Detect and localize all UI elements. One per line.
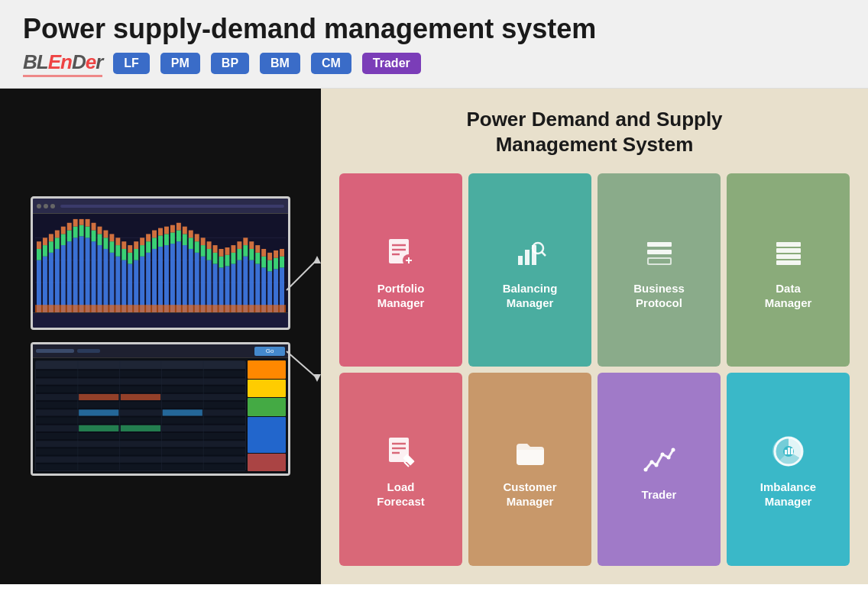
svg-rect-16 xyxy=(61,234,66,246)
svg-rect-67 xyxy=(164,234,169,246)
svg-rect-107 xyxy=(243,238,248,245)
grid-item-business-protocol[interactable]: BusinessProtocol xyxy=(598,173,721,367)
chart-footer xyxy=(33,312,288,328)
badge-pm[interactable]: PM xyxy=(160,53,200,74)
svg-rect-49 xyxy=(128,253,132,264)
svg-rect-5 xyxy=(37,241,41,249)
svg-rect-172 xyxy=(776,248,801,253)
svg-marker-154 xyxy=(313,374,321,382)
svg-rect-147 xyxy=(79,409,118,415)
svg-rect-150 xyxy=(121,425,160,431)
svg-rect-54 xyxy=(140,257,144,312)
svg-rect-71 xyxy=(170,225,175,233)
right-panel: Power Demand and SupplyManagement System xyxy=(321,89,868,584)
svg-rect-76 xyxy=(183,234,187,246)
svg-rect-79 xyxy=(189,238,193,249)
svg-line-153 xyxy=(287,351,317,378)
svg-rect-126 xyxy=(35,305,286,312)
logo: BLEnDer xyxy=(23,50,102,77)
badge-cm[interactable]: CM xyxy=(311,53,351,74)
svg-rect-46 xyxy=(121,249,126,260)
load-forecast-label: LoadForecast xyxy=(377,480,425,509)
svg-rect-115 xyxy=(261,257,266,268)
svg-rect-32 xyxy=(92,223,96,231)
svg-rect-132 xyxy=(36,402,245,408)
svg-rect-174 xyxy=(776,260,801,265)
svg-rect-4 xyxy=(37,249,41,260)
svg-rect-33 xyxy=(98,245,102,312)
svg-rect-121 xyxy=(274,258,278,270)
svg-rect-52 xyxy=(134,249,138,260)
svg-rect-27 xyxy=(86,238,90,312)
svg-rect-47 xyxy=(121,241,126,249)
svg-rect-163 xyxy=(525,250,530,265)
svg-rect-98 xyxy=(225,247,229,255)
badge-trader[interactable]: Trader xyxy=(362,53,421,74)
chart-header xyxy=(33,199,288,214)
inbox-icon xyxy=(641,230,678,276)
svg-point-185 xyxy=(666,455,670,459)
svg-rect-105 xyxy=(243,257,248,312)
svg-rect-80 xyxy=(189,231,193,238)
svg-rect-92 xyxy=(213,245,218,253)
svg-rect-118 xyxy=(267,260,272,272)
main-content: Go xyxy=(0,89,868,584)
svg-rect-108 xyxy=(249,260,254,312)
svg-rect-38 xyxy=(103,231,108,238)
svg-rect-60 xyxy=(152,249,157,312)
svg-rect-53 xyxy=(134,241,138,249)
grid-item-trader[interactable]: Trader xyxy=(598,373,721,566)
svg-rect-104 xyxy=(237,241,241,249)
svg-rect-116 xyxy=(261,249,266,257)
svg-rect-113 xyxy=(255,245,260,253)
trader-label: Trader xyxy=(642,488,677,503)
svg-rect-28 xyxy=(86,227,90,238)
grid-item-load-forecast[interactable]: LoadForecast xyxy=(339,373,462,566)
grid-item-customer-manager[interactable]: CustomerManager xyxy=(468,373,591,566)
svg-rect-77 xyxy=(183,227,187,234)
module-grid: PortfolioManager BalancingManager xyxy=(339,173,850,565)
svg-rect-29 xyxy=(86,219,90,227)
badge-bp[interactable]: BP xyxy=(211,53,249,74)
svg-rect-68 xyxy=(164,227,169,234)
svg-rect-75 xyxy=(183,245,187,312)
svg-rect-190 xyxy=(788,448,790,454)
svg-rect-97 xyxy=(225,255,229,267)
grid-item-balancing-manager[interactable]: BalancingManager xyxy=(468,173,591,367)
svg-rect-91 xyxy=(213,253,218,264)
svg-rect-84 xyxy=(201,257,206,312)
svg-rect-149 xyxy=(79,425,118,431)
svg-point-182 xyxy=(649,460,653,464)
svg-rect-167 xyxy=(647,242,672,247)
page-title: Power supply-demand management system xyxy=(23,14,845,44)
svg-rect-69 xyxy=(170,244,175,312)
svg-rect-94 xyxy=(219,257,224,268)
grid-item-imbalance-manager[interactable]: ImbalanceManager xyxy=(727,373,850,566)
svg-rect-129 xyxy=(36,379,245,385)
grid-item-portfolio-manager[interactable]: PortfolioManager xyxy=(339,173,462,367)
svg-rect-18 xyxy=(67,241,72,312)
svg-rect-82 xyxy=(195,241,199,253)
svg-rect-61 xyxy=(152,238,157,249)
folder-icon xyxy=(512,428,549,474)
svg-rect-148 xyxy=(163,409,202,415)
svg-rect-63 xyxy=(158,247,163,312)
document-pencil-icon xyxy=(383,428,419,474)
svg-rect-30 xyxy=(92,241,96,312)
svg-rect-140 xyxy=(36,464,245,470)
badge-lf[interactable]: LF xyxy=(113,53,150,74)
line-chart-icon xyxy=(641,436,678,482)
grid-item-data-manager[interactable]: DataManager xyxy=(727,173,850,367)
svg-rect-25 xyxy=(79,225,84,237)
customer-manager-label: CustomerManager xyxy=(503,480,556,509)
svg-rect-173 xyxy=(776,254,801,259)
svg-rect-41 xyxy=(109,234,114,242)
svg-rect-10 xyxy=(49,241,53,253)
svg-rect-109 xyxy=(249,249,254,260)
left-panel: Go xyxy=(0,89,321,584)
badge-bm[interactable]: BM xyxy=(260,53,300,74)
svg-rect-122 xyxy=(274,250,278,258)
svg-rect-112 xyxy=(255,253,260,264)
svg-rect-110 xyxy=(249,241,254,249)
svg-rect-59 xyxy=(146,234,151,242)
